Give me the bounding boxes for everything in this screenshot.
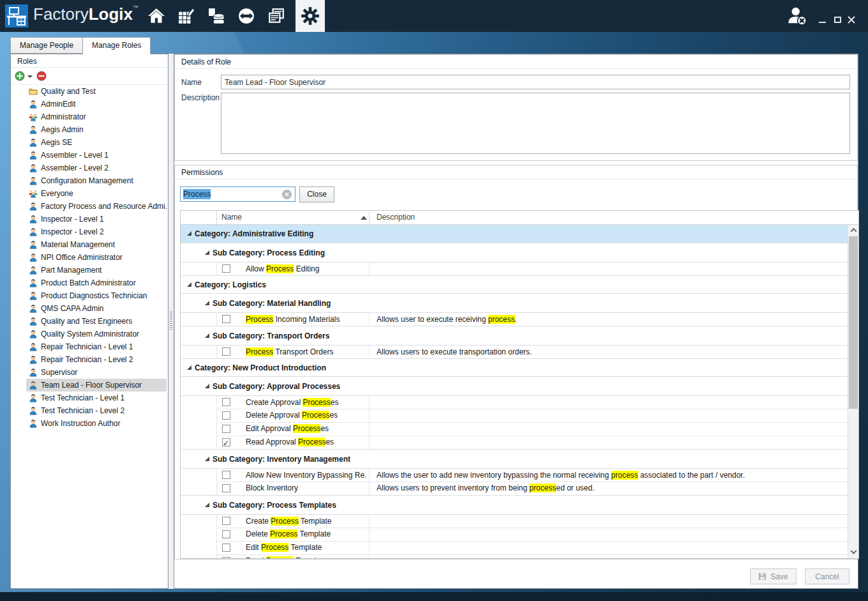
minimize-button[interactable]: [816, 14, 828, 26]
permission-checkbox[interactable]: [222, 544, 230, 552]
permission-row[interactable]: Process Incoming MaterialsAllows user to…: [181, 312, 848, 326]
role-list-item[interactable]: Inspector - Level 2: [11, 225, 168, 238]
panel-splitter[interactable]: [168, 54, 174, 589]
permission-row[interactable]: Read Approval Processes: [181, 436, 848, 449]
permission-row[interactable]: Create Process Template: [181, 514, 848, 528]
role-list-item[interactable]: Everyone: [11, 187, 168, 200]
role-list-item[interactable]: Material Management: [11, 238, 168, 251]
subcategory-row[interactable]: Sub Category: Transport Orders: [181, 326, 848, 345]
expander-icon[interactable]: [205, 250, 209, 255]
role-list-item[interactable]: Part Management: [11, 264, 168, 277]
subcategory-row[interactable]: Sub Category: Inventory Management: [181, 449, 848, 468]
permission-search-input[interactable]: Process ✕: [180, 186, 296, 202]
role-list-item[interactable]: Quality and Test Engineers: [11, 315, 168, 328]
clear-search-icon[interactable]: ✕: [282, 190, 292, 199]
home-icon[interactable]: [142, 0, 171, 32]
role-list-item[interactable]: Configuration Management: [11, 174, 168, 187]
role-list-item[interactable]: Quality System Administrator: [11, 328, 168, 340]
permission-checkbox[interactable]: [222, 517, 230, 525]
caret-down-icon[interactable]: [27, 75, 33, 78]
column-header-description[interactable]: Description: [377, 213, 415, 222]
permission-checkbox[interactable]: [222, 471, 230, 479]
operations-icon[interactable]: [232, 0, 261, 32]
permission-row[interactable]: Block InventoryAllows users to prevent i…: [181, 482, 848, 495]
role-list-item[interactable]: Assembler - Level 2: [11, 162, 168, 174]
category-row[interactable]: Category: New Product Introduction: [181, 358, 848, 376]
expander-icon[interactable]: [205, 333, 209, 338]
tab-manage-roles[interactable]: Manage Roles: [82, 37, 151, 54]
permission-row[interactable]: Read Process Template: [181, 554, 848, 558]
role-list-item[interactable]: Repair Technician - Level 2: [11, 353, 168, 366]
role-list-item[interactable]: QMS CAPA Admin: [11, 302, 168, 315]
role-list-item[interactable]: Test Technician - Level 2: [11, 404, 168, 417]
permission-row[interactable]: Allow New Inventory Bypassing Re...Allow…: [181, 468, 848, 482]
role-list-item[interactable]: NPI Office Administrator: [11, 251, 168, 264]
role-list-item[interactable]: Supervisor: [11, 366, 168, 379]
permission-checkbox[interactable]: [222, 315, 230, 323]
role-list-item[interactable]: Product Batch Administrator: [11, 277, 168, 289]
column-header-name[interactable]: Name: [221, 213, 242, 222]
permission-checkbox[interactable]: [222, 530, 230, 538]
close-search-button[interactable]: Close: [299, 186, 334, 202]
expander-icon[interactable]: [205, 301, 209, 305]
maximize-button[interactable]: [831, 14, 844, 26]
add-role-icon[interactable]: [15, 71, 25, 81]
permission-checkbox[interactable]: [222, 438, 230, 446]
role-list-item[interactable]: Test Technician - Level 1: [11, 392, 168, 404]
role-list-item[interactable]: Inspector - Level 1: [11, 213, 168, 225]
materials-icon[interactable]: [202, 0, 231, 32]
remove-role-icon[interactable]: [36, 71, 47, 81]
role-name-input[interactable]: [221, 75, 850, 89]
vertical-scrollbar[interactable]: [848, 225, 858, 558]
role-list-item[interactable]: Quality and Test: [11, 85, 168, 98]
reports-icon[interactable]: [262, 0, 291, 32]
role-list-item[interactable]: Aegis SE: [11, 136, 168, 149]
expander-icon[interactable]: [205, 384, 209, 388]
permission-checkbox[interactable]: [222, 557, 230, 559]
tab-manage-people[interactable]: Manage People: [10, 37, 83, 54]
cancel-button[interactable]: Cancel: [805, 568, 849, 584]
role-list-item[interactable]: Administrator: [11, 110, 168, 123]
permission-checkbox[interactable]: [222, 347, 230, 356]
permission-row[interactable]: Create Approval Processes: [181, 395, 848, 409]
expander-icon[interactable]: [187, 282, 191, 287]
close-button[interactable]: [845, 14, 858, 26]
role-list-item[interactable]: Repair Technician - Level 1: [11, 340, 168, 353]
scrollbar-thumb[interactable]: [849, 236, 858, 409]
role-description-input[interactable]: [221, 93, 850, 154]
category-row[interactable]: Category: Administrative Editing: [181, 225, 848, 243]
role-list-item[interactable]: Assembler - Level 1: [11, 149, 168, 162]
expander-icon[interactable]: [187, 365, 191, 370]
permission-checkbox[interactable]: [222, 484, 230, 492]
user-logout-icon[interactable]: [786, 6, 808, 27]
permission-checkbox[interactable]: [222, 264, 230, 273]
role-list-item[interactable]: AdminEdit: [11, 98, 168, 110]
permission-row[interactable]: Edit Process Template: [181, 541, 848, 554]
role-list-item[interactable]: Team Lead - Floor Supervisor: [11, 379, 168, 392]
permission-row[interactable]: Process Transport OrdersAllows users to …: [181, 345, 848, 358]
save-button[interactable]: Save: [750, 568, 797, 584]
subcategory-row[interactable]: Sub Category: Approval Processes: [181, 376, 848, 395]
production-definitions-icon[interactable]: [172, 0, 201, 32]
role-list-item[interactable]: Aegis Admin: [11, 123, 168, 136]
permission-row[interactable]: Delete Process Template: [181, 528, 848, 541]
role-list-item[interactable]: Product Diagnostics Technician: [11, 289, 168, 302]
subcategory-row[interactable]: Sub Category: Material Handling: [181, 293, 848, 312]
scroll-down-icon[interactable]: [848, 547, 858, 558]
expander-icon[interactable]: [205, 503, 209, 507]
role-list-item[interactable]: Work Instruction Author: [11, 417, 168, 430]
permission-row[interactable]: Delete Approval Processes: [181, 409, 848, 422]
expander-icon[interactable]: [187, 231, 191, 236]
permission-row[interactable]: Allow Process Editing: [181, 262, 848, 275]
permission-row[interactable]: Edit Approval Processes: [181, 422, 848, 436]
category-row[interactable]: Category: Logistics: [181, 275, 848, 293]
permission-checkbox[interactable]: [222, 398, 230, 406]
subcategory-row[interactable]: Sub Category: Process Editing: [181, 243, 848, 262]
permission-checkbox[interactable]: [222, 411, 230, 420]
subcategory-row[interactable]: Sub Category: Process Templates: [181, 495, 848, 514]
settings-icon[interactable]: [296, 0, 325, 32]
permission-checkbox[interactable]: [222, 425, 230, 433]
role-list-item[interactable]: Factory Process and Resource Admi...: [11, 200, 168, 213]
expander-icon[interactable]: [205, 457, 209, 461]
scroll-up-icon[interactable]: [848, 225, 858, 236]
